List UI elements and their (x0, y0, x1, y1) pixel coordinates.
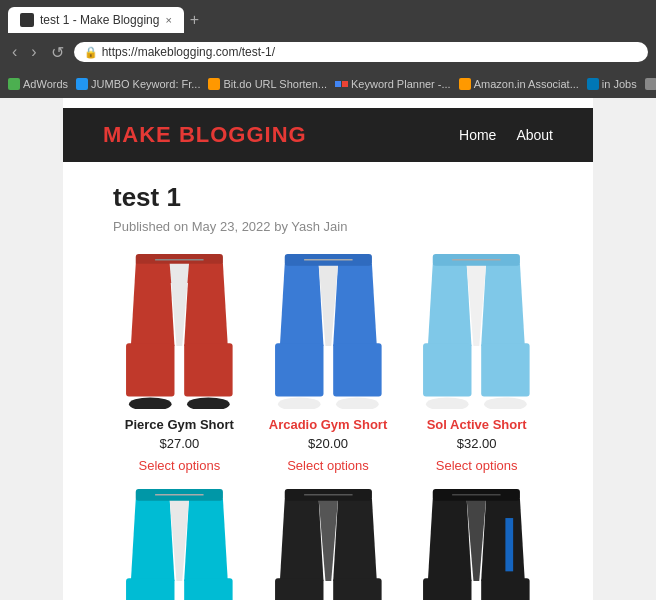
product-card-4: Cyber Short $24.00 Select options (113, 489, 246, 600)
reload-button[interactable]: ↺ (47, 41, 68, 64)
bookmark-amazon-in-label: Amazon.in Associat... (474, 78, 579, 90)
svg-rect-34 (506, 518, 514, 571)
tab-bar: test 1 - Make Blogging × + (0, 0, 656, 34)
browser-tab[interactable]: test 1 - Make Blogging × (8, 7, 184, 33)
page-outer-bg: MAKE BLOGGING Home About test 1 Publishe… (0, 98, 656, 600)
main-content: test 1 Published on May 23, 2022 by Yash… (63, 162, 593, 600)
product-name-3: Sol Active Short (410, 417, 543, 432)
svg-rect-17 (482, 343, 530, 396)
logo-highlight: B (179, 122, 196, 147)
bookmarks-bar: AdWords JUMBO Keyword: Fr... Bit.do URL … (0, 70, 656, 98)
product-price-2: $20.00 (262, 436, 395, 451)
bookmark-bitdo[interactable]: Bit.do URL Shorten... (208, 78, 327, 90)
svg-point-7 (187, 397, 230, 409)
svg-rect-5 (184, 343, 232, 396)
product-name-1: Pierce Gym Short (113, 417, 246, 432)
nav-about[interactable]: About (516, 127, 553, 143)
product-image-6 (410, 489, 543, 600)
url-text: https://makeblogging.com/test-1/ (102, 45, 275, 59)
page-card: MAKE BLOGGING Home About test 1 Publishe… (63, 98, 593, 600)
product-image-5 (262, 489, 395, 600)
svg-rect-11 (333, 343, 381, 396)
bookmark-jobs[interactable]: in Jobs (587, 78, 637, 90)
product-card-2: Arcadio Gym Short $20.00 Select options (262, 254, 395, 473)
svg-rect-29 (333, 578, 381, 600)
site-nav: Home About (459, 127, 553, 143)
product-card-3: Sol Active Short $32.00 Select options (410, 254, 543, 473)
product-image-3 (410, 254, 543, 409)
product-name-2: Arcadio Gym Short (262, 417, 395, 432)
svg-rect-28 (275, 578, 323, 600)
site-header: MAKE BLOGGING Home About (63, 108, 593, 162)
bookmark-adwords-icon (8, 78, 20, 90)
product-select-3[interactable]: Select options (436, 458, 518, 473)
bookmark-kp-label: Keyword Planner -... (351, 78, 451, 90)
bookmark-usaaffiliate[interactable]: usa affiliate (645, 78, 656, 90)
svg-rect-10 (275, 343, 323, 396)
svg-point-13 (336, 397, 379, 409)
back-button[interactable]: ‹ (8, 41, 21, 63)
ssl-icon: 🔒 (84, 46, 98, 59)
product-select-2[interactable]: Select options (287, 458, 369, 473)
bookmark-bitdo-label: Bit.do URL Shorten... (223, 78, 327, 90)
nav-home[interactable]: Home (459, 127, 496, 143)
logo-text-make: MAKE (103, 122, 179, 147)
post-meta: Published on May 23, 2022 by Yash Jain (113, 219, 543, 234)
product-select-1[interactable]: Select options (138, 458, 220, 473)
svg-point-6 (129, 397, 172, 409)
product-card-1: Pierce Gym Short $27.00 Select options (113, 254, 246, 473)
svg-rect-16 (423, 343, 471, 396)
svg-rect-23 (184, 578, 232, 600)
product-image-4 (113, 489, 246, 600)
tab-title: test 1 - Make Blogging (40, 13, 159, 27)
bookmark-jumbo[interactable]: JUMBO Keyword: Fr... (76, 78, 200, 90)
svg-rect-4 (126, 343, 174, 396)
tab-close-button[interactable]: × (165, 14, 171, 26)
bookmark-usaaffiliate-icon (645, 78, 656, 90)
product-price-1: $27.00 (113, 436, 246, 451)
bookmark-bitdo-icon (208, 78, 220, 90)
product-card-5: Dark Gym Short $29.00 Select options (262, 489, 395, 600)
product-card-6: Night Short $31.00 Select options (410, 489, 543, 600)
browser-chrome: test 1 - Make Blogging × + ‹ › ↺ 🔒 https… (0, 0, 656, 98)
svg-rect-22 (126, 578, 174, 600)
post-title: test 1 (113, 182, 543, 213)
svg-point-18 (426, 397, 469, 409)
tab-favicon (20, 13, 34, 27)
product-image-1 (113, 254, 246, 409)
bookmark-jobs-label: in Jobs (602, 78, 637, 90)
logo-text-logging: LOGGING (196, 122, 307, 147)
forward-button[interactable]: › (27, 41, 40, 63)
bookmark-kp-squares-icon (335, 81, 348, 87)
bookmark-amazon-in-icon (459, 78, 471, 90)
bookmark-adwords-label: AdWords (23, 78, 68, 90)
svg-point-19 (484, 397, 527, 409)
bookmark-jumbo-label: JUMBO Keyword: Fr... (91, 78, 200, 90)
product-image-2 (262, 254, 395, 409)
bookmark-kp[interactable]: Keyword Planner -... (335, 78, 451, 90)
address-bar[interactable]: 🔒 https://makeblogging.com/test-1/ (74, 42, 648, 62)
bookmark-jobs-icon (587, 78, 599, 90)
bookmark-jumbo-icon (76, 78, 88, 90)
site-logo: MAKE BLOGGING (103, 122, 307, 148)
product-grid: Pierce Gym Short $27.00 Select options (113, 254, 543, 600)
bookmark-amazon-in[interactable]: Amazon.in Associat... (459, 78, 579, 90)
new-tab-button[interactable]: + (190, 12, 199, 28)
svg-rect-35 (423, 578, 471, 600)
product-price-3: $32.00 (410, 436, 543, 451)
svg-point-12 (278, 397, 321, 409)
bookmark-adwords[interactable]: AdWords (8, 78, 68, 90)
browser-toolbar: ‹ › ↺ 🔒 https://makeblogging.com/test-1/ (0, 34, 656, 70)
svg-rect-36 (482, 578, 530, 600)
